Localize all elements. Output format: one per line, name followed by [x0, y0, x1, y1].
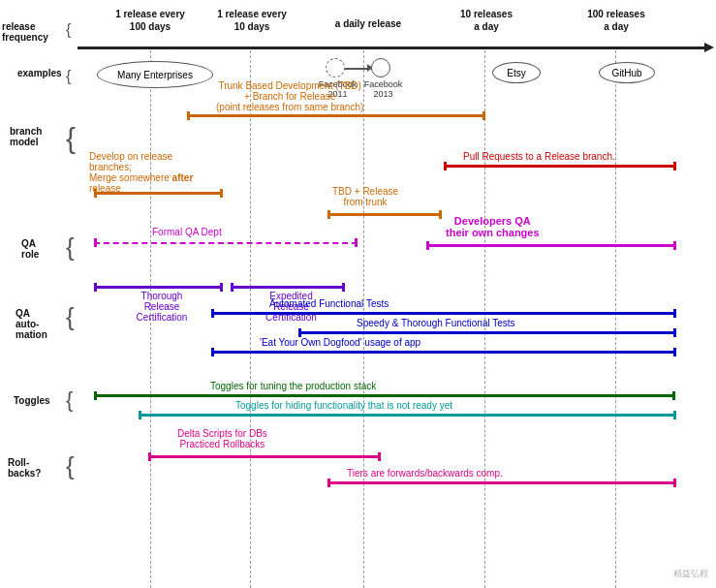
timeline-axis	[78, 46, 706, 49]
bar-dogfood: 'Eat Your Own Dogfood' usage of app	[211, 351, 676, 354]
facebook-arrow-line	[345, 68, 369, 70]
example-many-enterprises: Many Enterprises	[97, 61, 213, 88]
bar-tbd-release-trunk: TBD + Releasefrom trunk	[327, 213, 442, 216]
brace-toggles: {	[66, 389, 73, 411]
bar-delta-scripts: Delta Scripts for DBsPracticed Rollbacks	[148, 455, 381, 458]
label-toggles: Toggles	[14, 395, 50, 406]
brace-qa-role: {	[66, 234, 75, 260]
label-rollbacks: Roll-backs?	[8, 457, 41, 479]
bar-toggles-hiding: Toggles for hiding functionality that is…	[139, 414, 676, 417]
bar-expedited-cert: ExpeditedReleaseCertification	[231, 286, 345, 289]
label-qa-role: QArole	[21, 238, 39, 260]
bar-toggles-tuning: Toggles for tuning the production stack	[94, 394, 675, 397]
bar-develop-release-branches: Develop on releasebranches;Merge somewhe…	[94, 192, 223, 195]
label-examples: examples	[17, 68, 62, 78]
example-github: GitHub	[599, 62, 655, 83]
example-etsy: Etsy	[492, 62, 541, 83]
bar-speedy-functional: Speedy & Thorough Functional Tests	[298, 331, 676, 334]
bar-tiers-compat: Tiers are forwards/backwards comp.	[327, 481, 676, 484]
bar-pull-requests: Pull Requests to a Release branch.	[444, 165, 676, 168]
label-release-frequency: releasefrequency	[2, 21, 48, 43]
diagram: 1 release every100 days 1 release every1…	[0, 0, 716, 588]
freq-100perday: 100 releasesa day	[577, 8, 655, 33]
freq-daily: a daily release	[325, 17, 412, 30]
vline-100perday	[615, 50, 616, 588]
brace-branch: {	[66, 124, 76, 153]
brace-rollbacks: {	[66, 453, 75, 479]
brace-frequency: {	[66, 21, 71, 39]
bar-formal-qa: Formal QA Dept	[94, 242, 358, 244]
freq-10perday: 10 releasesa day	[448, 8, 525, 33]
freq-100days: 1 release every100 days	[97, 8, 203, 33]
bar-thorough-cert: ThoroughReleaseCertification	[94, 286, 223, 289]
label-qa-auto: QAauto-mation	[16, 308, 47, 340]
brace-examples: {	[66, 68, 71, 85]
watermark: 精益弘程	[673, 568, 708, 580]
bar-auto-functional: Automated Functional Tests	[211, 312, 676, 315]
bar-devs-qa: Developers QAtheir own changes	[426, 244, 676, 247]
bar-tbd: Trunk Based Development (TBD)+ Branch fo…	[187, 114, 485, 117]
brace-qa-auto: {	[66, 304, 75, 329]
label-branch-model: branchmodel	[10, 126, 42, 147]
freq-10days: 1 release every10 days	[199, 8, 305, 33]
